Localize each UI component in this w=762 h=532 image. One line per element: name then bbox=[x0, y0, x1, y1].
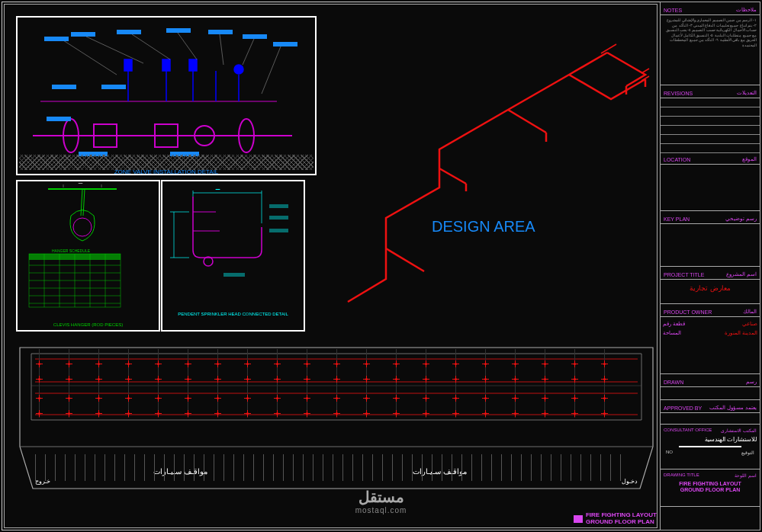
sprinkler bbox=[127, 397, 130, 399]
sprinkler bbox=[217, 378, 219, 380]
zone-valve-schematic bbox=[18, 18, 315, 174]
svg-line-30 bbox=[83, 189, 85, 216]
svg-line-13 bbox=[220, 34, 223, 65]
svg-rect-21 bbox=[243, 34, 267, 39]
sprinkler bbox=[68, 363, 70, 365]
svg-rect-61 bbox=[269, 229, 288, 232]
watermark: مستقل mostaql.com bbox=[355, 488, 407, 514]
sprinkler bbox=[246, 412, 249, 415]
title-block: NOTESملاحظات ١- الرسم من ضمن التصميم الم… bbox=[660, 2, 760, 530]
entry-label: دخـول bbox=[622, 478, 638, 485]
svg-rect-6 bbox=[162, 59, 170, 71]
svg-rect-59 bbox=[269, 204, 288, 208]
sprinkler bbox=[38, 397, 40, 399]
sprinkler bbox=[455, 412, 457, 415]
revisions-table bbox=[661, 98, 760, 152]
sprinkler bbox=[425, 363, 427, 365]
project-name: معارض تجارية bbox=[661, 280, 760, 304]
svg-line-12 bbox=[178, 33, 197, 59]
sprinkler bbox=[365, 397, 368, 399]
sprinkler bbox=[514, 412, 516, 415]
sprinkler bbox=[603, 412, 606, 415]
sprinkler bbox=[365, 363, 368, 365]
sprinkler bbox=[38, 412, 40, 415]
svg-rect-5 bbox=[124, 59, 132, 71]
sprinkler bbox=[127, 412, 130, 415]
sprinkler bbox=[38, 378, 40, 380]
sprinkler bbox=[395, 363, 397, 365]
sprinkler bbox=[306, 397, 308, 399]
sprinkler bbox=[157, 412, 159, 415]
svg-rect-62 bbox=[223, 273, 245, 277]
sprinkler bbox=[365, 378, 368, 380]
sprinkler bbox=[306, 363, 308, 365]
pendant-sprinkler-detail: — PENDENT SPRINKLER HEAD CONNECTED DETAI… bbox=[161, 180, 305, 332]
sprinkler bbox=[603, 363, 606, 365]
sprinkler bbox=[336, 363, 338, 365]
sprinkler bbox=[544, 397, 546, 399]
drawing-area: ZONE VALVE INSTALLATION DETAIL — bbox=[4, 4, 658, 528]
svg-line-10 bbox=[86, 37, 143, 63]
svg-line-15 bbox=[262, 46, 281, 94]
legend-swatch bbox=[574, 515, 583, 523]
sprinkler bbox=[603, 397, 606, 399]
sprinkler bbox=[544, 378, 546, 380]
sprinkler bbox=[68, 397, 70, 399]
sprinkler bbox=[98, 363, 100, 365]
sprinkler bbox=[98, 412, 100, 415]
svg-rect-22 bbox=[273, 42, 297, 46]
sprinkler bbox=[574, 363, 576, 365]
svg-rect-24 bbox=[101, 85, 126, 89]
sprinkler bbox=[217, 363, 219, 365]
clevis-hanger-detail: — HANGER SCHEDULE CLEVIS HANGER (ROD PIE… bbox=[16, 180, 160, 332]
sprinkler bbox=[425, 397, 427, 399]
parking-label-2: مواقـف سـيـارات bbox=[413, 467, 467, 476]
sprinkler bbox=[365, 412, 368, 415]
svg-line-14 bbox=[243, 39, 254, 65]
sprinkler bbox=[603, 378, 606, 380]
sprinkler bbox=[544, 412, 546, 415]
sprinkler bbox=[306, 412, 308, 415]
svg-line-29 bbox=[81, 189, 82, 216]
hanger-schedule-label: HANGER SCHEDULE bbox=[52, 248, 91, 253]
sprinkler bbox=[336, 378, 338, 380]
sprinkler bbox=[484, 397, 487, 399]
sprinkler bbox=[187, 378, 189, 380]
sprinkler bbox=[127, 363, 130, 365]
sprinkler bbox=[306, 378, 308, 380]
svg-line-63 bbox=[609, 44, 616, 49]
plan-legend: FIRE FIGHTING LAYOUTGROUND FLOOR PLAN bbox=[574, 512, 657, 526]
parking-label-1: مواقـف سـيـارات bbox=[153, 467, 207, 476]
keyplan-box bbox=[661, 224, 760, 267]
sprinkler bbox=[514, 397, 516, 399]
sprinkler bbox=[276, 412, 278, 415]
ground-floor-plan: // we'll generate repeated sprinkler + g… bbox=[16, 340, 657, 492]
sprinkler bbox=[276, 363, 278, 365]
clevis-hanger-svg: — HANGER SCHEDULE bbox=[18, 181, 159, 330]
sprinkler bbox=[187, 412, 189, 415]
notes-section: ١- الرسم من ضمن التصميم المعماري والإنشا… bbox=[661, 15, 760, 85]
svg-rect-19 bbox=[166, 28, 191, 33]
sprinkler bbox=[455, 363, 457, 365]
sprinkler bbox=[425, 378, 427, 380]
sprinkler bbox=[455, 378, 457, 380]
zone-valve-detail: ZONE VALVE INSTALLATION DETAIL bbox=[16, 16, 317, 175]
sprinkler bbox=[246, 363, 249, 365]
sprinkler bbox=[38, 363, 40, 365]
pendant-title: PENDENT SPRINKLER HEAD CONNECTED DETAIL bbox=[178, 312, 288, 316]
sprinkler bbox=[187, 397, 189, 399]
sprinkler bbox=[514, 378, 516, 380]
svg-rect-60 bbox=[269, 216, 288, 220]
sprinkler bbox=[157, 378, 159, 380]
sprinkler bbox=[574, 412, 576, 415]
pendant-svg: — bbox=[162, 181, 304, 330]
sprinkler bbox=[217, 412, 219, 415]
svg-line-11 bbox=[132, 34, 170, 59]
sprinkler bbox=[98, 397, 100, 399]
svg-point-31 bbox=[73, 218, 92, 236]
drawing-title-box: DRAWING TITLEاسم اللوحة FIRE FIGHTING LA… bbox=[661, 470, 760, 507]
sprinkler bbox=[574, 397, 576, 399]
sprinkler bbox=[157, 363, 159, 365]
sprinkler bbox=[544, 363, 546, 365]
svg-text:—: — bbox=[79, 181, 82, 185]
